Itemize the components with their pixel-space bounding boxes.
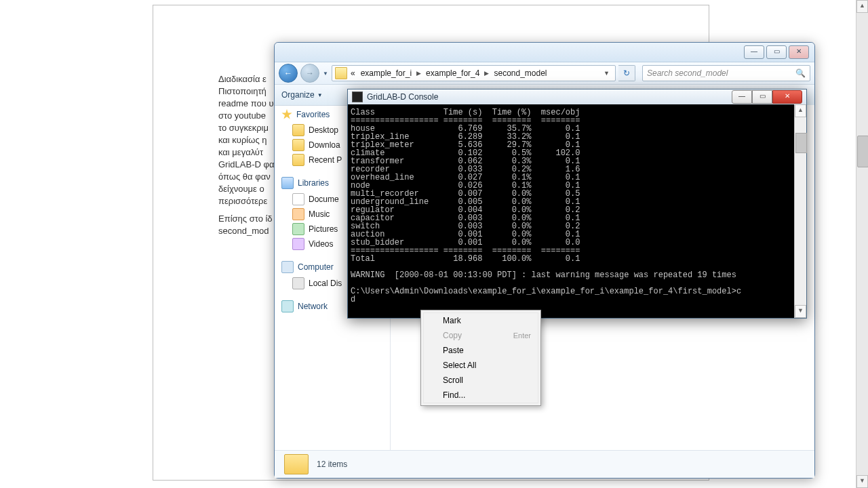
folder-icon xyxy=(292,154,304,166)
video-icon xyxy=(292,238,304,250)
scroll-up-icon[interactable]: ▲ xyxy=(856,0,868,13)
nav-forward-button[interactable]: → xyxy=(300,64,319,83)
network-icon xyxy=(281,300,294,312)
context-item-mark[interactable]: Mark xyxy=(424,313,538,328)
status-text: 12 items xyxy=(317,460,347,469)
explorer-statusbar: 12 items xyxy=(275,450,814,478)
nav-back-button[interactable]: ← xyxy=(279,64,298,83)
console-title: GridLAB-D Console xyxy=(367,92,438,102)
host-scrollbar[interactable]: ▲ ▼ xyxy=(856,0,868,488)
scroll-down-icon[interactable]: ▼ xyxy=(856,475,868,488)
organize-button[interactable]: Organize ▼ xyxy=(281,90,323,100)
scroll-down-icon[interactable]: ▼ xyxy=(795,305,806,318)
context-item-scroll[interactable]: Scroll xyxy=(424,373,538,388)
explorer-minimize-button[interactable]: — xyxy=(744,45,764,59)
breadcrumb-prefix[interactable]: « xyxy=(349,68,357,78)
console-minimize-button[interactable]: — xyxy=(732,90,752,104)
context-item-select-all[interactable]: Select All xyxy=(424,358,538,373)
console-titlebar[interactable]: GridLAB-D Console — ▭ ✕ xyxy=(348,89,806,105)
nav-history-dropdown[interactable]: ▼ xyxy=(322,64,329,82)
breadcrumb-2[interactable]: second_model xyxy=(492,68,549,78)
console-icon xyxy=(352,92,363,102)
refresh-button[interactable]: ↻ xyxy=(618,65,635,81)
picture-icon xyxy=(292,223,304,235)
folder-icon xyxy=(292,124,304,136)
star-icon xyxy=(281,109,292,120)
chevron-right-icon[interactable]: ▶ xyxy=(483,70,490,77)
explorer-close-button[interactable]: ✕ xyxy=(789,45,809,59)
explorer-titlebar[interactable]: — ▭ ✕ xyxy=(275,43,814,62)
explorer-navbar: ← → ▼ « example_for_i ▶ example_for_4 ▶ … xyxy=(275,62,814,85)
console-maximize-button[interactable]: ▭ xyxy=(752,90,772,104)
library-icon xyxy=(281,177,294,189)
computer-icon xyxy=(281,261,294,273)
console-scrollbar[interactable]: ▲ ▼ xyxy=(794,104,806,318)
folder-icon xyxy=(335,67,347,79)
folder-icon xyxy=(292,139,304,151)
context-item-find-[interactable]: Find... xyxy=(424,388,538,403)
address-bar[interactable]: « example_for_i ▶ example_for_4 ▶ second… xyxy=(332,65,616,81)
scroll-thumb[interactable] xyxy=(857,136,868,167)
search-input[interactable]: Search second_model 🔍 xyxy=(642,65,810,81)
console-close-button[interactable]: ✕ xyxy=(772,90,802,104)
music-icon xyxy=(292,208,304,220)
address-dropdown-icon[interactable]: ▼ xyxy=(601,70,612,77)
scroll-thumb[interactable] xyxy=(795,133,807,153)
search-placeholder: Search second_model xyxy=(647,68,728,78)
organize-label: Organize xyxy=(281,90,315,100)
breadcrumb-1[interactable]: example_for_4 xyxy=(424,68,481,78)
context-menu: MarkCopyEnterPasteSelect AllScrollFind..… xyxy=(420,310,541,406)
drive-icon xyxy=(292,277,304,289)
context-item-copy: CopyEnter xyxy=(424,328,538,343)
context-item-paste[interactable]: Paste xyxy=(424,343,538,358)
search-icon[interactable]: 🔍 xyxy=(795,68,806,78)
console-output[interactable]: Class Time (s) Time (%) msec/obj =======… xyxy=(348,104,795,318)
breadcrumb-0[interactable]: example_for_i xyxy=(359,68,414,78)
chevron-down-icon: ▼ xyxy=(317,92,323,98)
explorer-maximize-button[interactable]: ▭ xyxy=(766,45,787,59)
scroll-up-icon[interactable]: ▲ xyxy=(795,104,806,117)
folder-icon xyxy=(284,454,309,474)
document-icon xyxy=(292,193,304,205)
console-window: GridLAB-D Console — ▭ ✕ Class Time (s) T… xyxy=(347,89,807,319)
chevron-right-icon[interactable]: ▶ xyxy=(415,70,422,77)
